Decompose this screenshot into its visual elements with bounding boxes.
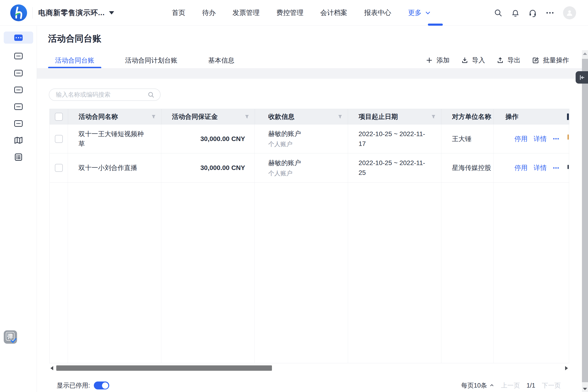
chevron-down-icon: [425, 10, 431, 16]
tab-contract-plan-ledger[interactable]: 活动合同计划台账: [118, 52, 184, 68]
sidebar-item-5[interactable]: [4, 101, 33, 113]
batch-actions-button[interactable]: 批量操作: [532, 56, 569, 65]
workspace-switcher[interactable]: 电商新零售演示环...: [38, 0, 114, 26]
pagination: 每页10条 上一页 1/1 下一页: [461, 381, 561, 390]
row-checkbox-cell: [49, 154, 68, 182]
scroll-right-arrow-icon[interactable]: [565, 366, 568, 370]
cell-deposit: 30,000.00 CNY: [161, 124, 255, 153]
filter-icon[interactable]: [151, 114, 156, 119]
vertical-scrollbar[interactable]: [582, 50, 588, 392]
col-label: 收款信息: [268, 112, 295, 121]
search-input[interactable]: [56, 91, 147, 98]
filter-icon[interactable]: [431, 114, 436, 119]
top-navbar: 电商新零售演示环... 首页 待办 发票管理 费控管理 会计档案 报表中心 更多: [0, 0, 588, 26]
nav-item-home[interactable]: 首页: [172, 8, 185, 18]
card-dots-icon: [14, 86, 23, 94]
detail-link[interactable]: 详情: [534, 134, 547, 143]
download-icon: [461, 57, 468, 64]
filter-icon[interactable]: [338, 114, 343, 119]
project-dates: 2022-10-25 ~ 2022-11- 25: [359, 158, 441, 178]
more-dots-icon[interactable]: [546, 9, 554, 17]
collapse-left-icon: [579, 74, 586, 81]
add-button[interactable]: 添加: [426, 56, 450, 65]
cell-payee: 赫敏的账户 个人账户: [255, 124, 348, 153]
col-header-contract-name[interactable]: 活动合同名称: [68, 109, 161, 124]
sidebar-item-4[interactable]: [4, 84, 33, 96]
cell-contract-name: 双十一王大锤短视频种 草: [68, 124, 161, 153]
select-all-checkbox[interactable]: [55, 113, 63, 121]
sidebar-item-map[interactable]: [4, 134, 33, 146]
export-button[interactable]: 导出: [497, 56, 521, 65]
add-label: 添加: [437, 56, 450, 65]
sidebar-item-6[interactable]: [4, 118, 33, 130]
nav-item-report[interactable]: 报表中心: [364, 8, 391, 18]
tab-basic-info[interactable]: 基本信息: [201, 52, 241, 68]
payee-account: 赫敏的账户: [268, 129, 348, 138]
col-header-payee[interactable]: 收款信息: [255, 109, 348, 124]
import-button[interactable]: 导入: [461, 56, 485, 65]
scroll-left-arrow-icon[interactable]: [50, 366, 53, 370]
sidebar-item-3[interactable]: [4, 67, 33, 79]
headset-icon[interactable]: [529, 9, 537, 17]
nav-item-todo[interactable]: 待办: [202, 8, 216, 18]
tab-contract-ledger[interactable]: 活动合同台账: [48, 52, 101, 68]
clipped-next-column-fragment: [568, 134, 569, 140]
detail-link[interactable]: 详情: [534, 164, 547, 172]
next-page-button[interactable]: 下一页: [542, 381, 561, 390]
sidebar-item-2[interactable]: [4, 50, 33, 62]
caret-down-icon: [109, 11, 114, 14]
nav-item-invoice[interactable]: 发票管理: [232, 8, 260, 18]
cell-payee: 赫敏的账户 个人账户: [255, 154, 348, 182]
scroll-up-arrow-icon[interactable]: [583, 52, 587, 55]
scroll-down-arrow-icon[interactable]: [583, 388, 587, 390]
prev-page-button[interactable]: 上一页: [501, 381, 520, 390]
clipped-next-column-fragment: [567, 114, 569, 120]
clipped-next-column-fragment: [568, 165, 569, 169]
cell-dates: 2022-10-25 ~ 2022-11- 25: [348, 154, 441, 182]
page-size-select[interactable]: 每页10条: [461, 381, 494, 390]
main-nav: 首页 待办 发票管理 费控管理 会计档案 报表中心 更多: [172, 0, 431, 26]
avatar[interactable]: [563, 6, 576, 20]
bell-icon[interactable]: [511, 9, 520, 17]
vertical-scrollbar-thumb[interactable]: [582, 59, 588, 382]
table-search: [49, 88, 161, 101]
col-header-counterparty[interactable]: 对方单位名称: [441, 109, 494, 124]
row-more-icon[interactable]: ⋯: [553, 135, 560, 143]
row-more-icon[interactable]: ⋯: [553, 164, 560, 172]
table-header-row: 活动合同名称 活动合同保证金 收款信息 项目起止日期 对方单位名称 操作: [49, 109, 569, 124]
project-dates: 2022-10-25 ~ 2022-11- 17: [359, 129, 441, 149]
collapse-panel-handle[interactable]: [576, 71, 588, 84]
horizontal-scrollbar[interactable]: [49, 365, 569, 372]
sidebar-item-list[interactable]: [4, 151, 33, 163]
brand-logo-icon: [10, 4, 27, 21]
search-icon[interactable]: [147, 91, 154, 98]
row-checkbox[interactable]: [55, 164, 63, 172]
card-dots-icon: [14, 52, 23, 60]
col-header-dates[interactable]: 项目起止日期: [348, 109, 441, 124]
table-row[interactable]: 双十一王大锤短视频种 草 30,000.00 CNY 赫敏的账户 个人账户 20…: [49, 124, 569, 154]
search-icon[interactable]: [494, 9, 502, 17]
horizontal-scrollbar-thumb[interactable]: [56, 366, 272, 371]
popup-assistant-badge[interactable]: 弹: [4, 330, 17, 344]
col-header-deposit[interactable]: 活动合同保证金: [161, 109, 255, 124]
col-label: 活动合同保证金: [172, 112, 218, 121]
app-title: 电商新零售演示环...: [38, 8, 105, 18]
disable-link[interactable]: 停用: [515, 164, 528, 172]
nav-item-expense[interactable]: 费控管理: [276, 8, 303, 18]
table-row[interactable]: 双十一小刘合作直播 30,000.00 CNY 赫敏的账户 个人账户 2022-…: [49, 154, 569, 182]
sidebar-item-active[interactable]: [4, 32, 33, 44]
cell-counterparty: 星海传媒控股: [441, 154, 494, 182]
col-label: 操作: [505, 112, 519, 121]
page-title: 活动合同台账: [48, 33, 101, 44]
import-label: 导入: [472, 56, 485, 65]
show-disabled-toggle[interactable]: [94, 382, 109, 390]
col-label: 对方单位名称: [452, 112, 491, 121]
row-checkbox[interactable]: [55, 135, 63, 143]
disable-link[interactable]: 停用: [515, 134, 528, 143]
filter-icon[interactable]: [244, 114, 250, 119]
nav-item-archive[interactable]: 会计档案: [320, 8, 347, 18]
section-divider-strip: [37, 68, 588, 79]
cell-actions: 停用 详情 ⋯: [494, 154, 569, 182]
nav-item-more[interactable]: 更多: [408, 8, 431, 18]
nav-more-label: 更多: [408, 8, 422, 18]
